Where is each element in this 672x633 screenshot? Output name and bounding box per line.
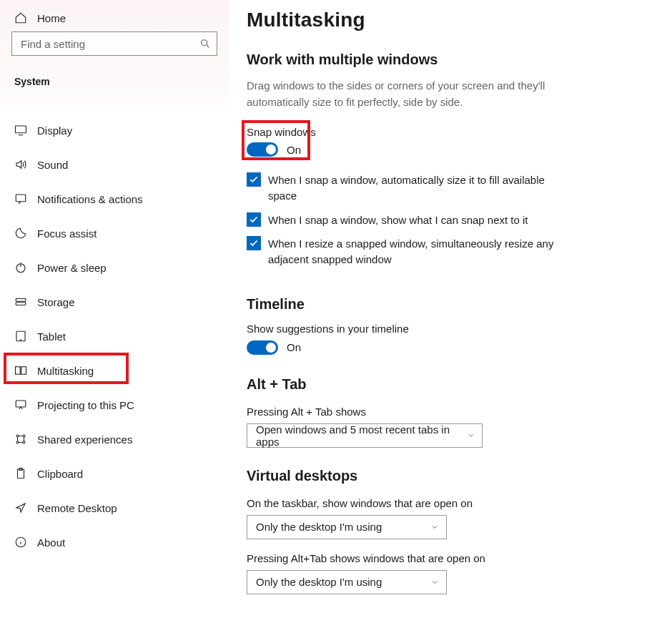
snap-windows-label: Snap windows <box>247 126 643 138</box>
alttab-shows-label: Pressing Alt + Tab shows <box>247 406 643 418</box>
sidebar-item-about[interactable]: About <box>0 525 229 559</box>
sidebar-item-label: Clipboard <box>37 468 83 480</box>
multitasking-icon <box>14 364 27 377</box>
nav-list: Display Sound Notifications & actions Fo… <box>0 93 229 559</box>
snap-check-resize-adjacent[interactable] <box>247 236 261 250</box>
sidebar-item-multitasking[interactable]: Multitasking <box>0 353 229 388</box>
snap-check-autosize[interactable] <box>247 172 261 187</box>
sidebar-item-notifications[interactable]: Notifications & actions <box>0 182 229 216</box>
section-heading-timeline: Timeline <box>247 296 643 313</box>
svg-rect-7 <box>16 367 21 375</box>
snap-check-label: When I snap a window, automatically size… <box>268 172 554 204</box>
home-label: Home <box>37 12 66 24</box>
sidebar-item-power-sleep[interactable]: Power & sleep <box>0 250 229 285</box>
section-heading-snap: Work with multiple windows <box>247 51 643 68</box>
snap-check-label: When I resize a snapped window, simultan… <box>268 236 554 268</box>
search-input[interactable] <box>19 37 199 51</box>
svg-rect-1 <box>16 126 26 133</box>
svg-rect-5 <box>16 303 26 305</box>
sidebar-item-clipboard[interactable]: Clipboard <box>0 456 229 491</box>
sidebar-item-remote-desktop[interactable]: Remote Desktop <box>0 491 229 525</box>
sidebar-item-label: About <box>37 536 65 549</box>
sidebar-item-tablet[interactable]: Tablet <box>0 319 229 353</box>
chevron-down-icon <box>430 578 439 587</box>
main-panel: Multitasking Work with multiple windows … <box>229 0 672 633</box>
section-description-snap: Drag windows to the sides or corners of … <box>247 78 547 110</box>
vdesk-taskbar-combo[interactable]: Only the desktop I'm using <box>247 515 447 539</box>
timeline-suggestions-label: Show suggestions in your timeline <box>247 323 643 335</box>
sidebar-item-shared-experiences[interactable]: Shared experiences <box>0 422 229 456</box>
clipboard-icon <box>14 467 27 480</box>
sidebar-item-label: Projecting to this PC <box>37 399 134 411</box>
focus-assist-icon <box>14 227 27 240</box>
sidebar-item-sound[interactable]: Sound <box>0 147 229 182</box>
snap-check-label: When I snap a window, show what I can sn… <box>268 212 554 228</box>
vdesk-alttab-value: Only the desktop I'm using <box>256 576 382 588</box>
svg-point-0 <box>202 40 207 46</box>
category-title: System <box>0 56 229 93</box>
vdesk-alttab-combo[interactable]: Only the desktop I'm using <box>247 570 447 594</box>
notifications-icon <box>14 192 27 205</box>
display-icon <box>14 124 27 137</box>
sidebar-item-label: Notifications & actions <box>37 193 143 205</box>
svg-point-12 <box>16 441 19 443</box>
search-icon <box>199 38 211 49</box>
vdesk-taskbar-value: Only the desktop I'm using <box>256 521 382 533</box>
alttab-shows-combo[interactable]: Open windows and 5 most recent tabs in a… <box>247 423 483 448</box>
projecting-icon <box>14 398 27 411</box>
about-icon <box>14 536 27 549</box>
sidebar-item-label: Storage <box>37 296 75 308</box>
sidebar-item-label: Display <box>37 124 72 137</box>
power-icon <box>14 261 27 274</box>
section-heading-alttab: Alt + Tab <box>247 376 643 393</box>
sidebar-item-label: Focus assist <box>37 227 97 240</box>
remote-desktop-icon <box>14 501 27 514</box>
svg-point-13 <box>23 441 25 443</box>
section-heading-vdesk: Virtual desktops <box>247 468 643 484</box>
sidebar-item-label: Shared experiences <box>37 433 132 446</box>
svg-rect-2 <box>16 195 26 202</box>
sidebar-item-display[interactable]: Display <box>0 113 229 147</box>
home-icon <box>14 11 27 24</box>
sidebar-item-focus-assist[interactable]: Focus assist <box>0 216 229 250</box>
shared-icon <box>14 433 27 446</box>
page-title: Multitasking <box>247 9 643 31</box>
snap-windows-toggle-state: On <box>287 144 301 156</box>
sound-icon <box>14 158 27 171</box>
sidebar: Home System Display Sound Notifi <box>0 0 229 633</box>
sidebar-item-projecting[interactable]: Projecting to this PC <box>0 388 229 422</box>
storage-icon <box>14 295 27 308</box>
alttab-shows-value: Open windows and 5 most recent tabs in a… <box>256 423 467 448</box>
chevron-down-icon <box>430 523 439 531</box>
tablet-icon <box>14 330 27 343</box>
svg-rect-4 <box>16 299 26 302</box>
sidebar-item-storage[interactable]: Storage <box>0 285 229 319</box>
chevron-down-icon <box>467 431 475 440</box>
sidebar-item-label: Power & sleep <box>37 262 107 274</box>
sidebar-item-label: Remote Desktop <box>37 502 117 514</box>
sidebar-item-label: Multitasking <box>37 365 94 377</box>
home-button[interactable]: Home <box>0 9 229 31</box>
svg-point-10 <box>16 435 19 437</box>
sidebar-item-label: Sound <box>37 159 68 171</box>
timeline-suggestions-toggle[interactable] <box>247 340 278 355</box>
vdesk-alttab-label: Pressing Alt+Tab shows windows that are … <box>247 552 643 564</box>
vdesk-taskbar-label: On the taskbar, show windows that are op… <box>247 497 643 509</box>
timeline-suggestions-toggle-state: On <box>287 341 301 353</box>
svg-rect-9 <box>16 401 26 407</box>
sidebar-item-label: Tablet <box>37 330 66 343</box>
svg-point-11 <box>23 435 25 437</box>
snap-windows-toggle[interactable] <box>247 142 278 157</box>
snap-check-shownext[interactable] <box>247 212 261 227</box>
search-input-container[interactable] <box>11 31 217 56</box>
svg-rect-8 <box>21 367 26 375</box>
